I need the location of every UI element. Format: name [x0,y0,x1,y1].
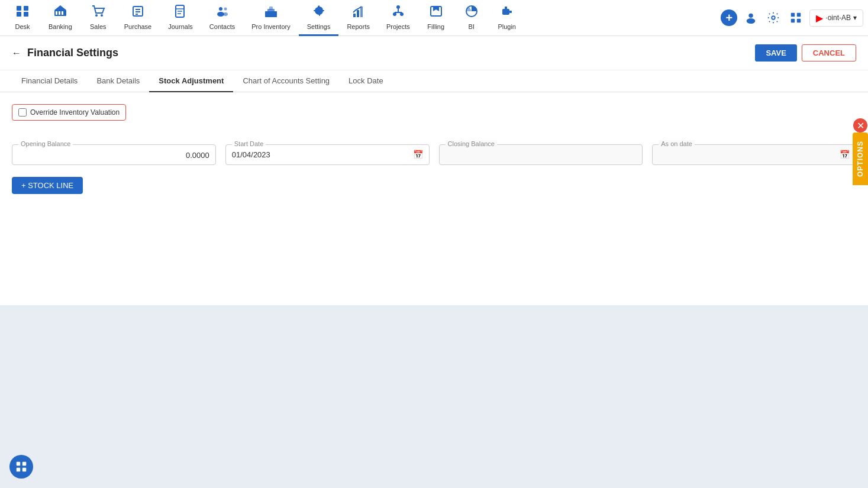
banking-label: Banking [49,23,72,30]
header-actions: SAVE CANCEL [755,44,856,62]
desk-icon [15,4,30,22]
journals-label: Journals [168,23,193,30]
svg-rect-5 [56,11,57,15]
nav-item-sales[interactable]: Sales [80,0,116,36]
override-inventory-label: Override Inventory Valuation [30,108,120,117]
nav-item-reports[interactable]: Reports [338,0,378,36]
nav-item-banking[interactable]: Banking [40,0,80,36]
svg-rect-49 [22,462,26,466]
start-date-field[interactable]: Start Date 01/04/2023 📅 [225,144,430,165]
nav-item-contacts[interactable]: Contacts [201,0,243,36]
contacts-label: Contacts [209,23,235,30]
user-icon[interactable] [742,9,760,27]
nav-item-journals[interactable]: Journals [160,0,201,36]
nav-item-settings[interactable]: Settings [299,0,339,36]
tab-financial-details[interactable]: Financial Details [12,70,87,92]
projects-label: Projects [386,23,410,30]
opening-balance-value: 0.0000 [18,150,209,161]
nav-item-purchase[interactable]: Purchase [116,0,160,36]
nav-item-filling[interactable]: Filling [418,0,454,36]
svg-rect-48 [17,462,20,466]
youtube-button[interactable]: ▶ ·oint-AB ▾ [809,9,863,27]
svg-rect-44 [791,13,795,17]
reports-icon [351,4,366,22]
nav-item-desk[interactable]: Desk [5,0,40,36]
as-on-date-row: 📅 [659,150,850,159]
youtube-label: ·oint-AB [825,14,851,22]
tab-bank-details[interactable]: Bank Details [87,70,149,92]
as-on-date-calendar-icon[interactable]: 📅 [840,150,850,159]
gear-icon[interactable] [764,9,782,27]
nav-item-plugin[interactable]: Plugin [489,0,525,36]
svg-rect-50 [17,468,20,471]
back-button[interactable]: ← [12,48,21,59]
nav-right-actions: + ▶ ·oint-AB ▾ [721,9,863,27]
youtube-icon: ▶ [816,12,823,24]
plugin-label: Plugin [498,23,516,30]
closing-balance-field: Closing Balance [439,144,643,165]
sales-label: Sales [90,23,107,30]
options-close-button[interactable]: ✕ [853,118,867,132]
svg-rect-28 [357,10,359,17]
plugin-icon [500,4,514,22]
desk-label: Desk [15,23,30,30]
svg-rect-51 [22,468,26,471]
options-close-icon: ✕ [857,120,864,131]
purchase-icon [131,4,145,22]
pro-inventory-icon [264,4,278,22]
svg-point-9 [95,14,98,17]
svg-rect-40 [509,11,512,13]
as-on-date-value [659,150,661,159]
stock-line-button[interactable]: + STOCK LINE [12,177,83,194]
save-button[interactable]: SAVE [755,44,796,62]
svg-rect-45 [797,13,801,17]
closing-balance-value [446,150,637,161]
filling-label: Filling [427,23,444,30]
svg-rect-47 [797,19,801,22]
options-tab[interactable]: OPTIONS [853,132,868,185]
page-title-row: ← Financial Settings [12,47,118,59]
override-inventory-checkbox[interactable] [18,108,27,117]
tab-lock-date[interactable]: Lock Date [339,70,393,92]
balance-form-row: Opening Balance 0.0000 Start Date 01/04/… [12,144,856,165]
journals-icon [173,4,188,22]
start-date-calendar-icon[interactable]: 📅 [413,150,423,159]
svg-rect-29 [360,7,363,17]
page-title: Financial Settings [27,47,118,59]
dropdown-icon: ▾ [853,14,857,22]
svg-point-43 [772,16,776,20]
svg-point-42 [747,18,756,24]
reports-label: Reports [347,23,370,30]
projects-icon [391,4,405,22]
svg-rect-39 [505,7,507,9]
bi-label: BI [469,23,475,30]
opening-balance-field: Opening Balance 0.0000 [12,144,216,165]
start-date-row: 01/04/2023 📅 [232,150,423,159]
svg-rect-38 [502,9,509,15]
main-body: Override Inventory Valuation Opening Bal… [0,92,868,305]
override-inventory-valuation-row[interactable]: Override Inventory Valuation [12,104,126,121]
tab-stock-adjustment[interactable]: Stock Adjustment [149,70,233,92]
filling-icon [429,4,443,22]
svg-point-10 [101,14,103,17]
cancel-button[interactable]: CANCEL [802,44,856,62]
nav-item-bi[interactable]: BI [454,0,489,36]
page-content: ← Financial Settings SAVE CANCEL Financi… [0,36,868,305]
as-on-date-field[interactable]: As on date 📅 [652,144,856,165]
svg-rect-1 [24,6,28,11]
nav-item-pro-inventory[interactable]: Pro Inventory [243,0,298,36]
add-button[interactable]: + [721,9,737,26]
svg-rect-3 [24,12,28,17]
svg-rect-2 [17,12,21,17]
settings-label: Settings [307,23,331,30]
tab-chart-of-accounts[interactable]: Chart of Accounts Setting [233,70,339,92]
grid-icon[interactable] [787,9,805,27]
svg-point-20 [224,7,227,10]
pro-inventory-label: Pro Inventory [251,23,290,30]
svg-marker-8 [54,5,66,10]
svg-point-41 [749,14,753,18]
top-navigation: Desk Banking Sales Purchase Journals [0,0,868,36]
nav-item-projects[interactable]: Projects [378,0,418,36]
bottom-grid-icon[interactable] [9,455,33,479]
svg-point-22 [223,12,228,16]
